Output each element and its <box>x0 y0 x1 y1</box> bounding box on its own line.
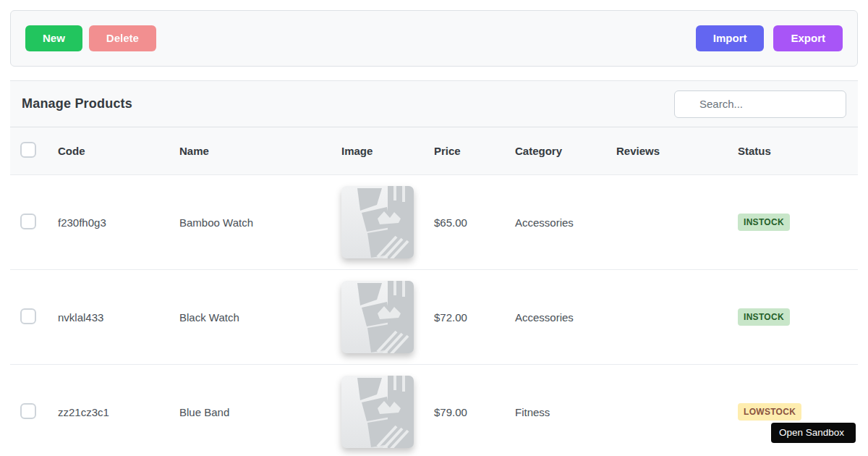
status-cell: INSTOCK <box>726 270 858 365</box>
reviews-cell <box>605 270 726 365</box>
image-cell <box>330 270 422 365</box>
code-cell: nvklal433 <box>46 270 168 365</box>
select-cell <box>10 270 46 365</box>
column-header-price: Price <box>422 127 503 175</box>
table-header-row: Code Name Image Price Category Reviews S… <box>10 127 858 175</box>
name-cell: Black Watch <box>168 270 330 365</box>
category-cell: Accessories <box>503 175 605 270</box>
column-header-category: Category <box>503 127 605 175</box>
status-badge: LOWSTOCK <box>738 403 801 421</box>
table-row: nvklal433 Black Watch $72.00 Accessories… <box>10 270 858 365</box>
name-cell: Blue Band <box>168 365 330 456</box>
price-cell: $72.00 <box>422 270 503 365</box>
import-button[interactable]: Import <box>696 25 765 51</box>
price-cell: $65.00 <box>422 175 503 270</box>
row-checkbox[interactable] <box>20 308 36 324</box>
new-button[interactable]: New <box>25 25 82 51</box>
table-row: f230fh0g3 Bamboo Watch $65.00 Accessorie… <box>10 175 858 270</box>
category-cell: Fitness <box>503 365 605 456</box>
page-title: Manage Products <box>22 96 132 111</box>
column-header-name: Name <box>168 127 330 175</box>
broken-product-image-icon <box>341 281 414 353</box>
select-cell <box>10 175 46 270</box>
export-button[interactable]: Export <box>773 25 843 51</box>
reviews-cell <box>605 365 726 456</box>
datatable-header: Manage Products <box>10 81 858 127</box>
row-checkbox[interactable] <box>20 403 36 419</box>
status-badge: INSTOCK <box>738 308 790 326</box>
code-cell: f230fh0g3 <box>46 175 168 270</box>
toolbar-right-group: Import Export <box>696 25 843 51</box>
column-header-code: Code <box>46 127 168 175</box>
toolbar-left-group: New Delete <box>25 25 156 51</box>
column-header-image: Image <box>330 127 422 175</box>
row-checkbox[interactable] <box>20 214 36 229</box>
column-header-reviews: Reviews <box>605 127 726 175</box>
name-cell: Bamboo Watch <box>168 175 330 270</box>
code-cell: zz21cz3c1 <box>46 365 168 456</box>
category-cell: Accessories <box>503 270 605 365</box>
products-datatable: Manage Products Code Name Image Price Ca… <box>10 80 858 456</box>
delete-button[interactable]: Delete <box>89 25 156 51</box>
select-all-header-cell <box>10 127 46 175</box>
column-header-status: Status <box>726 127 858 175</box>
product-management-page: New Delete Import Export Manage Products <box>0 0 868 456</box>
image-cell <box>330 365 422 456</box>
products-table: Code Name Image Price Category Reviews S… <box>10 127 858 456</box>
select-cell <box>10 365 46 456</box>
toolbar: New Delete Import Export <box>10 10 858 67</box>
price-cell: $79.00 <box>422 365 503 456</box>
select-all-checkbox[interactable] <box>20 142 36 158</box>
reviews-cell <box>605 175 726 270</box>
table-row: zz21cz3c1 Blue Band $79.00 Fitness LOWST… <box>10 365 858 456</box>
status-cell: INSTOCK <box>726 175 858 270</box>
status-badge: INSTOCK <box>738 214 790 231</box>
open-sandbox-button[interactable]: Open Sandbox <box>771 423 856 443</box>
broken-product-image-icon <box>341 186 414 258</box>
search-input[interactable] <box>674 90 846 118</box>
broken-product-image-icon <box>341 376 414 448</box>
image-cell <box>330 175 422 270</box>
